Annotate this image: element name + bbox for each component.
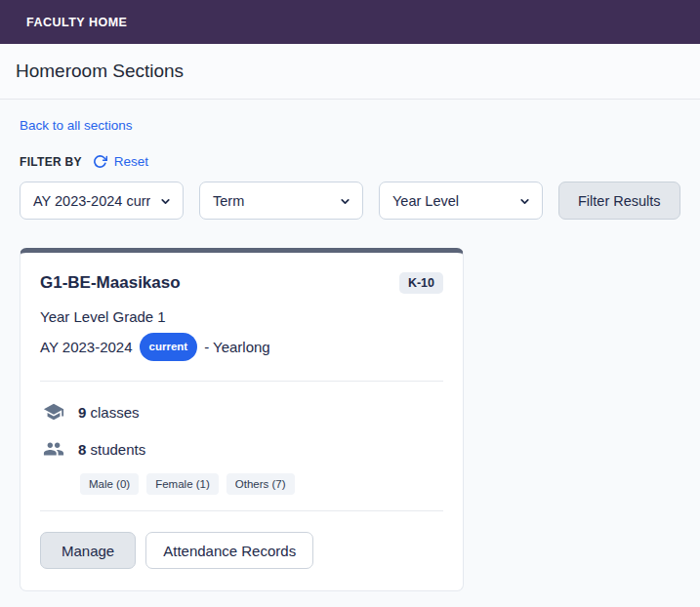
classes-stat-row: 9 classes	[40, 393, 443, 430]
academic-year-text: AY 2023-2024	[40, 337, 133, 358]
classes-stat-text: 9 classes	[78, 404, 140, 421]
page-heading-strip: Homeroom Sections	[0, 44, 700, 100]
reset-filters-link[interactable]: Reset	[114, 154, 148, 169]
filter-results-button[interactable]: Filter Results	[558, 182, 680, 220]
academic-year-select[interactable]: AY 2023-2024 curr	[20, 182, 184, 220]
chevron-down-icon	[339, 195, 351, 208]
year-level-select-value: Year Level	[392, 193, 459, 209]
female-count-badge: Female (1)	[146, 473, 219, 495]
filter-by-label: FILTER BY	[20, 155, 82, 169]
grade-level-badge: K-10	[399, 272, 443, 294]
classes-count: 9	[78, 404, 86, 421]
current-status-badge: current	[140, 333, 198, 361]
filter-controls-row: AY 2023-2024 curr Term Year Level Filter…	[20, 182, 680, 220]
homeroom-section-card: G1-BE-Maasikaso K-10 Year Level Grade 1 …	[20, 248, 464, 591]
year-level-select[interactable]: Year Level	[379, 182, 543, 220]
academic-year-select-value: AY 2023-2024 curr	[33, 193, 150, 209]
academic-year-line: AY 2023-2024 current - Yearlong	[40, 333, 443, 361]
manage-button[interactable]: Manage	[40, 532, 136, 569]
chevron-down-icon	[159, 195, 172, 208]
students-label: students	[91, 441, 146, 458]
year-level-text: Year Level Grade 1	[40, 306, 443, 328]
card-actions-row: Manage Attendance Records	[40, 532, 443, 569]
page-title: Homeroom Sections	[16, 61, 184, 82]
back-to-sections-link[interactable]: Back to all sections	[20, 118, 133, 133]
gender-breakdown-row: Male (0) Female (1) Others (7)	[80, 473, 443, 495]
graduation-cap-icon	[43, 401, 64, 423]
chevron-down-icon	[518, 195, 531, 208]
app-bar: FACULTY HOME	[0, 0, 700, 44]
divider	[40, 510, 443, 511]
card-title-row: G1-BE-Maasikaso K-10	[40, 272, 443, 294]
students-count: 8	[78, 441, 86, 458]
refresh-icon[interactable]	[93, 154, 107, 169]
male-count-badge: Male (0)	[80, 473, 139, 495]
term-text: - Yearlong	[204, 337, 270, 358]
attendance-records-button[interactable]: Attendance Records	[145, 532, 313, 569]
section-name: G1-BE-Maasikaso	[40, 273, 181, 293]
users-icon	[43, 438, 64, 460]
filter-by-row: FILTER BY Reset	[20, 154, 680, 169]
term-select[interactable]: Term	[199, 182, 363, 220]
students-stat-row: 8 students	[40, 430, 443, 467]
app-bar-title: FACULTY HOME	[26, 16, 127, 29]
main-content: Back to all sections FILTER BY Reset AY …	[0, 100, 700, 591]
stats-block: 9 classes 8 students Male (0) Female (1)…	[40, 393, 443, 495]
card-meta: Year Level Grade 1 AY 2023-2024 current …	[40, 306, 443, 361]
others-count-badge: Others (7)	[226, 473, 295, 495]
term-select-value: Term	[213, 193, 244, 209]
classes-label: classes	[91, 404, 140, 421]
divider	[40, 381, 443, 382]
students-stat-text: 8 students	[78, 441, 145, 458]
